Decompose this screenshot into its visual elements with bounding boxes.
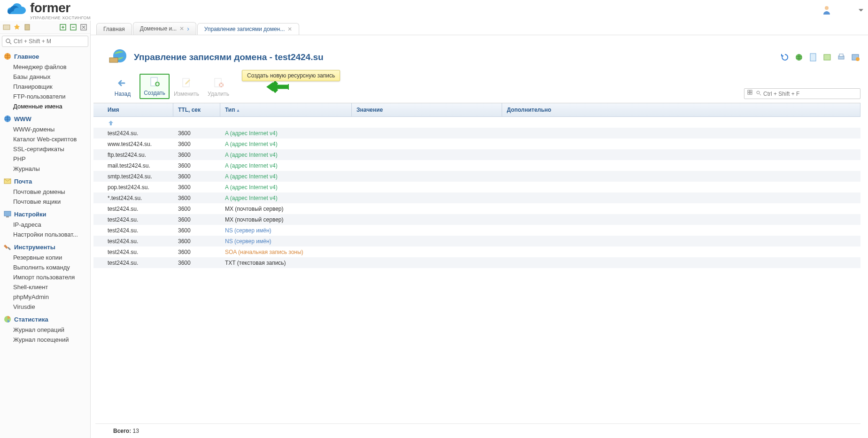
svg-rect-14 bbox=[109, 58, 118, 62]
settings-icon[interactable] bbox=[851, 53, 860, 61]
parent-row[interactable] bbox=[93, 117, 860, 128]
nav-item[interactable]: Каталог Web-скриптов bbox=[0, 134, 90, 144]
sidebar-search[interactable] bbox=[2, 36, 88, 47]
expand-icon[interactable] bbox=[58, 23, 68, 32]
page-title: Управление записями домена - test2424.su bbox=[134, 52, 324, 62]
table-row[interactable]: mail.test2424.su.3600A (адрес Internet v… bbox=[93, 160, 860, 171]
user-icon[interactable] bbox=[822, 5, 831, 16]
collapse-icon[interactable] bbox=[69, 23, 78, 32]
nav-section-0[interactable]: Главное bbox=[0, 51, 90, 62]
toolbar-icon-1[interactable] bbox=[2, 23, 11, 32]
table-row[interactable]: test2424.su.3600SOA (начальная запись зо… bbox=[93, 246, 860, 257]
svg-rect-27 bbox=[748, 90, 750, 92]
grid-body: test2424.su.3600A (адрес Internet v4)www… bbox=[93, 128, 860, 268]
table-row[interactable]: ftp.test2424.su.3600A (адрес Internet v4… bbox=[93, 149, 860, 160]
tab[interactable]: Управление записями домен...✕ bbox=[197, 23, 299, 35]
print-icon[interactable] bbox=[837, 53, 846, 61]
arrow-left-icon bbox=[116, 77, 129, 89]
nav-item[interactable]: PHP bbox=[0, 154, 90, 164]
create-button[interactable]: Создать bbox=[140, 74, 170, 99]
table-row[interactable]: test2424.su.3600TXT (текстовая запись) bbox=[93, 257, 860, 268]
filter-box[interactable] bbox=[744, 88, 860, 99]
nav-item[interactable]: Резервные копии bbox=[0, 253, 90, 262]
nav-item[interactable]: SSL-сертификаты bbox=[0, 144, 90, 154]
nav-item[interactable]: Журналы bbox=[0, 164, 90, 174]
nav-item[interactable]: Почтовые ящики bbox=[0, 197, 90, 207]
tab[interactable]: Главная bbox=[96, 23, 132, 35]
star-icon[interactable] bbox=[12, 23, 22, 32]
sidebar-toolbar bbox=[0, 21, 90, 34]
close-icon[interactable]: ✕ bbox=[179, 25, 184, 32]
column-ttl[interactable]: TTL, сек bbox=[173, 103, 220, 116]
column-extra[interactable]: Дополнительно bbox=[502, 103, 860, 116]
nav-item[interactable]: Shell-клиент bbox=[0, 282, 90, 292]
reload-icon[interactable] bbox=[781, 53, 790, 61]
nav-item[interactable]: Журнал операций bbox=[0, 325, 90, 335]
nav-item[interactable]: Почтовые домены bbox=[0, 187, 90, 197]
nav-section-4[interactable]: Инструменты bbox=[0, 241, 90, 253]
edit-button[interactable]: Изменить bbox=[171, 76, 202, 99]
export-icon[interactable] bbox=[823, 53, 832, 61]
svg-rect-19 bbox=[839, 54, 843, 56]
clipboard-icon[interactable] bbox=[23, 23, 32, 32]
sidebar: ГлавноеМенеджер файловБазы данныхПланиро… bbox=[0, 21, 91, 438]
nav-item[interactable]: Базы данных bbox=[0, 72, 90, 82]
logo-tagline: УПРАВЛЕНИЕ ХОСТИНГОМ bbox=[30, 15, 91, 20]
filter-input[interactable] bbox=[763, 91, 857, 97]
tab[interactable]: Доменные и...✕› bbox=[133, 22, 196, 35]
nav-section-3[interactable]: Настройки bbox=[0, 208, 90, 220]
nav-item[interactable]: Планировщик bbox=[0, 82, 90, 92]
table-row[interactable]: test2424.su.3600MX (почтовый сервер) bbox=[93, 214, 860, 225]
delete-button[interactable]: Удалить bbox=[203, 76, 233, 99]
header-actions bbox=[781, 53, 860, 61]
nav-item[interactable]: IP-адреса bbox=[0, 220, 90, 230]
nav-section-2[interactable]: Почта bbox=[0, 176, 90, 187]
back-button[interactable]: Назад bbox=[108, 76, 138, 99]
logo: former УПРАВЛЕНИЕ ХОСТИНГОМ bbox=[5, 0, 91, 20]
content-area: ГлавнаяДоменные и...✕›Управление записям… bbox=[91, 21, 868, 438]
sort-asc-icon: ▲ bbox=[236, 108, 240, 113]
nav-item[interactable]: WWW-домены bbox=[0, 124, 90, 134]
nav-item[interactable]: Настройки пользоват... bbox=[0, 230, 90, 239]
nav-section-1[interactable]: WWW bbox=[0, 113, 90, 124]
svg-rect-10 bbox=[4, 211, 11, 216]
sidebar-search-input[interactable] bbox=[14, 38, 85, 45]
records-grid: Имя TTL, сек Тип▲ Значение Дополнительно… bbox=[93, 103, 860, 268]
nav-item[interactable]: Журнал посещений bbox=[0, 335, 90, 345]
clipboard2-icon[interactable] bbox=[809, 53, 818, 61]
column-name[interactable]: Имя bbox=[93, 103, 173, 116]
globe-green-icon[interactable] bbox=[795, 53, 804, 61]
column-value[interactable]: Значение bbox=[352, 103, 502, 116]
svg-point-0 bbox=[825, 6, 829, 10]
table-row[interactable]: pop.test2424.su.3600A (адрес Internet v4… bbox=[93, 182, 860, 192]
table-row[interactable]: *.test2424.su.3600A (адрес Internet v4) bbox=[93, 192, 860, 203]
table-row[interactable]: test2424.su.3600A (адрес Internet v4) bbox=[93, 128, 860, 138]
table-row[interactable]: test2424.su.3600NS (сервер имён) bbox=[93, 225, 860, 236]
nav-section-5[interactable]: Статистика bbox=[0, 314, 90, 325]
nav-item[interactable]: Менеджер файлов bbox=[0, 62, 90, 72]
nav-item[interactable]: Выполнить команду bbox=[0, 262, 90, 272]
user-dropdown[interactable] bbox=[859, 9, 863, 12]
table-row[interactable]: test2424.su.3600NS (сервер имён) bbox=[93, 236, 860, 246]
nav-item[interactable]: phpMyAdmin bbox=[0, 292, 90, 302]
grid-header: Имя TTL, сек Тип▲ Значение Дополнительно bbox=[93, 103, 860, 117]
nav-item[interactable]: FTP-пользователи bbox=[0, 92, 90, 101]
table-row[interactable]: smtp.test2424.su.3600A (адрес Internet v… bbox=[93, 171, 860, 182]
nav-item[interactable]: Доменные имена bbox=[0, 101, 90, 111]
svg-rect-17 bbox=[824, 54, 830, 60]
top-right-controls bbox=[822, 5, 863, 16]
page-header: Управление записями домена - test2424.su bbox=[91, 35, 868, 72]
nav-item[interactable]: Virusdie bbox=[0, 302, 90, 312]
nav-item[interactable]: Импорт пользователя bbox=[0, 272, 90, 282]
column-type[interactable]: Тип▲ bbox=[220, 103, 352, 116]
up-folder-icon bbox=[108, 119, 115, 126]
table-row[interactable]: test2424.su.3600MX (почтовый сервер) bbox=[93, 203, 860, 214]
svg-rect-11 bbox=[6, 216, 9, 217]
table-row[interactable]: www.test2424.su.3600A (адрес Internet v4… bbox=[93, 138, 860, 149]
navigation: ГлавноеМенеджер файловБазы данныхПланиро… bbox=[0, 49, 90, 438]
close-icon[interactable]: ✕ bbox=[287, 26, 292, 32]
page-edit-icon bbox=[180, 77, 193, 89]
globe-blue-icon bbox=[4, 115, 11, 123]
svg-point-31 bbox=[757, 91, 760, 94]
close-panel-icon[interactable] bbox=[79, 23, 88, 32]
